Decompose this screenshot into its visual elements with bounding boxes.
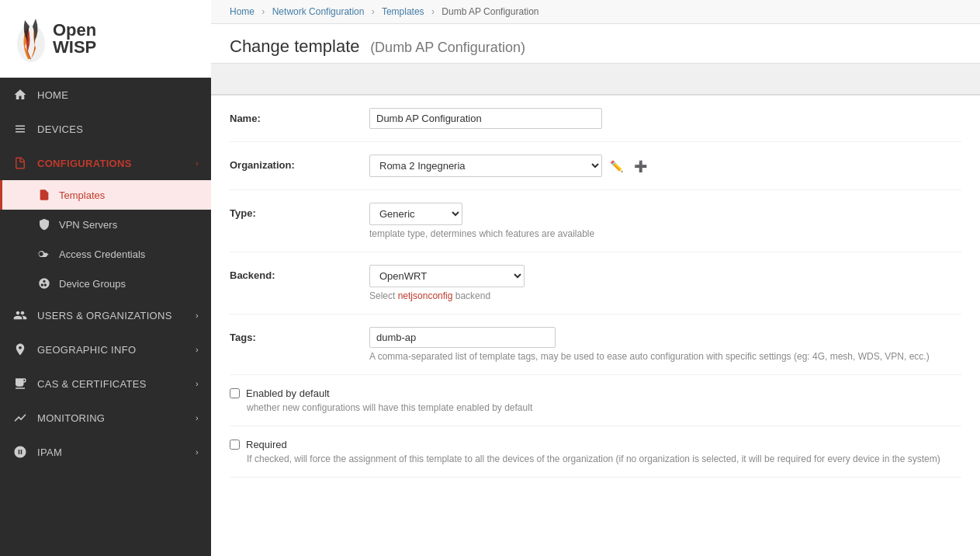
- access-label: Access Credentials: [59, 248, 145, 260]
- name-input[interactable]: [369, 108, 602, 129]
- configurations-arrow: ›: [196, 158, 199, 168]
- type-row: Type: Generic template type, determines …: [230, 190, 961, 252]
- sidebar-item-cas-certificates[interactable]: CAS & CERTIFICATES ›: [0, 367, 211, 401]
- required-label[interactable]: Required: [246, 439, 287, 450]
- enabled-label[interactable]: Enabled by default: [246, 387, 330, 399]
- org-label: Organization:: [230, 155, 369, 171]
- page-header: Change template (Dumb AP Configuration): [211, 24, 980, 64]
- access-icon: [37, 247, 51, 261]
- sidebar-item-geographic-info[interactable]: GEOGRAPHIC INFO ›: [0, 332, 211, 367]
- org-control: Roma 2 Ingegneria ✏️ ➕: [369, 155, 961, 177]
- org-add-button[interactable]: ➕: [631, 158, 650, 174]
- sidebar-item-home-label: HOME: [37, 89, 68, 101]
- required-row: Required If checked, will force the assi…: [230, 426, 961, 478]
- logo-area: Open WISP: [0, 0, 211, 78]
- vpn-icon: [37, 217, 51, 231]
- sidebar-item-templates[interactable]: Templates: [0, 180, 211, 210]
- logo-icon: [12, 12, 50, 65]
- backend-row: Backend: OpenWRT Select netjsonconfig ba…: [230, 252, 961, 314]
- form-area: Name: Organization: Roma 2 Ingegneria ✏️…: [211, 96, 980, 556]
- required-label-row: Required: [230, 439, 287, 450]
- ipam-arrow: ›: [196, 447, 199, 457]
- users-icon: [12, 308, 28, 323]
- required-checkbox[interactable]: [230, 440, 240, 450]
- tags-control: A comma-separated list of template tags,…: [369, 327, 961, 362]
- enabled-help: whether new configurations will have thi…: [247, 402, 532, 413]
- sidebar-item-configurations-label: CONFIGURATIONS: [37, 158, 132, 169]
- sidebar-item-users-orgs[interactable]: USERS & ORGANIZATIONS ›: [0, 298, 211, 332]
- vpn-label: VPN Servers: [59, 219, 117, 231]
- breadcrumb-home[interactable]: Home: [230, 6, 255, 17]
- svg-point-0: [17, 25, 45, 62]
- home-icon: [12, 87, 28, 103]
- sidebar-item-access-credentials[interactable]: Access Credentials: [0, 239, 211, 269]
- config-icon: [12, 155, 28, 171]
- org-row-inner: Roma 2 Ingegneria ✏️ ➕: [369, 155, 961, 177]
- tabs-bar: [211, 64, 980, 96]
- cas-arrow: ›: [196, 379, 199, 388]
- users-arrow: ›: [196, 311, 199, 320]
- backend-select[interactable]: OpenWRT: [369, 265, 525, 287]
- templates-label: Templates: [59, 189, 105, 201]
- sidebar-item-home[interactable]: HOME: [0, 78, 211, 112]
- type-control: Generic template type, determines which …: [369, 203, 961, 239]
- breadcrumb-sep-3: ›: [431, 6, 435, 17]
- breadcrumb-templates[interactable]: Templates: [382, 6, 424, 17]
- backend-label: Backend:: [230, 265, 369, 281]
- ipam-label: IPAM: [37, 447, 62, 458]
- tags-row: Tags: A comma-separated list of template…: [230, 314, 961, 375]
- devices-icon: [12, 121, 28, 137]
- org-edit-button[interactable]: ✏️: [607, 158, 626, 174]
- enabled-label-row: Enabled by default: [230, 387, 330, 399]
- type-label: Type:: [230, 203, 369, 219]
- cert-icon: [12, 376, 28, 391]
- org-row: Organization: Roma 2 Ingegneria ✏️ ➕: [230, 142, 961, 190]
- logo-text: Open WISP: [53, 22, 96, 56]
- org-select[interactable]: Roma 2 Ingegneria: [369, 155, 602, 177]
- netjsonconfig-link[interactable]: netjsonconfig: [398, 290, 453, 301]
- sidebar-item-configurations[interactable]: CONFIGURATIONS ›: [0, 146, 211, 180]
- enabled-row: Enabled by default whether new configura…: [230, 375, 961, 426]
- tags-label: Tags:: [230, 327, 369, 343]
- breadcrumb-sep-2: ›: [372, 6, 375, 17]
- breadcrumb-network-config[interactable]: Network Configuration: [272, 6, 365, 17]
- tags-help: A comma-separated list of template tags,…: [369, 351, 951, 362]
- page-subtitle: (Dumb AP Configuration): [370, 40, 525, 55]
- enabled-checkbox[interactable]: [230, 388, 240, 398]
- sidebar-item-monitoring[interactable]: MONITORING ›: [0, 401, 211, 435]
- backend-control: OpenWRT Select netjsonconfig backend: [369, 265, 961, 301]
- ipam-icon: [12, 444, 28, 460]
- geo-icon: [12, 342, 28, 357]
- breadcrumb-sep-1: ›: [261, 6, 265, 17]
- cas-label: CAS & CERTIFICATES: [37, 378, 147, 390]
- sidebar-item-devices[interactable]: DEVICES: [0, 112, 211, 146]
- tags-input[interactable]: [369, 327, 556, 348]
- monitoring-icon: [12, 410, 28, 426]
- sidebar-item-device-groups[interactable]: Device Groups: [0, 269, 211, 298]
- templates-icon: [37, 188, 51, 202]
- required-help: If checked, will force the assignment of…: [247, 453, 940, 464]
- users-orgs-label: USERS & ORGANIZATIONS: [37, 310, 172, 321]
- type-select[interactable]: Generic: [369, 203, 462, 225]
- geo-arrow: ›: [196, 345, 199, 354]
- sidebar-item-devices-label: DEVICES: [37, 123, 83, 135]
- sidebar-item-ipam[interactable]: IPAM ›: [0, 435, 211, 469]
- groups-icon: [37, 276, 51, 290]
- geo-label: GEOGRAPHIC INFO: [37, 344, 136, 356]
- monitoring-label: MONITORING: [37, 412, 105, 424]
- name-control: [369, 108, 961, 129]
- groups-label: Device Groups: [59, 278, 126, 290]
- type-help: template type, determines which features…: [369, 228, 961, 239]
- breadcrumb: Home › Network Configuration › Templates…: [211, 0, 980, 24]
- name-row: Name:: [230, 96, 961, 142]
- monitoring-arrow: ›: [196, 413, 199, 422]
- backend-help: Select netjsonconfig backend: [369, 290, 961, 301]
- name-label: Name:: [230, 108, 369, 124]
- sidebar: Open WISP HOME DEVICES CONFIGURATIONS › …: [0, 0, 211, 556]
- breadcrumb-current: Dumb AP Configuration: [442, 6, 538, 17]
- sidebar-item-vpn-servers[interactable]: VPN Servers: [0, 210, 211, 239]
- page-title: Change template (Dumb AP Configuration): [230, 36, 961, 57]
- main-content: Home › Network Configuration › Templates…: [211, 0, 980, 556]
